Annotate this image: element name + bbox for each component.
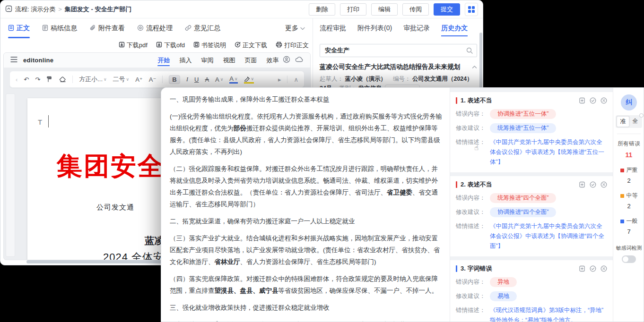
document-paragraph: 三、强化就业增收政策扶持，促进搬迁群众稳定就业增收 bbox=[170, 302, 443, 314]
more-menu[interactable]: 更多 bbox=[285, 24, 305, 33]
header-button-打印[interactable]: 打印 bbox=[340, 3, 366, 16]
tab-附件查看[interactable]: 附件查看 bbox=[89, 18, 125, 38]
severity-color-swatch bbox=[620, 169, 624, 172]
severity-count: 2 bbox=[613, 203, 644, 210]
font-family-select[interactable]: 方正小... ∨ bbox=[79, 75, 106, 84]
document-paragraph: 二、拓宽就业渠道，确保有劳动力搬迁家庭一户一人以上稳定就业 bbox=[170, 215, 443, 227]
download-icon bbox=[156, 42, 162, 49]
tab-审批记录[interactable]: 审批记录 bbox=[403, 24, 430, 36]
close-circle-icon[interactable] bbox=[600, 181, 607, 188]
cloud-icon[interactable] bbox=[295, 56, 304, 64]
fix-button[interactable]: 纠 bbox=[621, 94, 637, 110]
tab-附件列表(0)[interactable]: 附件列表(0) bbox=[357, 24, 392, 36]
toolbar-正文下载[interactable]: 正文下载 bbox=[235, 41, 267, 50]
underline-button[interactable]: U bbox=[194, 76, 199, 83]
attachment-icon bbox=[89, 25, 96, 33]
editor-brand: editonline bbox=[23, 57, 53, 64]
tab-历史办文[interactable]: 历史办文 bbox=[441, 24, 468, 36]
suggestion-pill[interactable]: 协调推进“四个全面” bbox=[490, 207, 556, 217]
tab-流程处理[interactable]: 流程处理 bbox=[137, 18, 173, 38]
editor-menu-开始[interactable]: 开始 bbox=[157, 53, 170, 68]
decrease-font-button[interactable]: A⁻ bbox=[149, 76, 157, 83]
highlight-button[interactable]: ∨ bbox=[244, 76, 254, 84]
suggestion-pill[interactable]: 易地 bbox=[490, 291, 517, 301]
eraser-icon[interactable] bbox=[59, 76, 66, 83]
sensitive-words-toggle[interactable] bbox=[622, 255, 636, 263]
font-size-select[interactable]: 二号 ∨ bbox=[113, 75, 130, 84]
toolbar-书签说明[interactable]: 书签说明 bbox=[193, 41, 226, 50]
hamburger-icon[interactable] bbox=[10, 57, 17, 64]
check-circle-icon[interactable] bbox=[590, 265, 596, 272]
italic-button[interactable]: I bbox=[186, 76, 188, 83]
undo-icon[interactable]: ↶ bbox=[24, 76, 29, 83]
editor-menu-插入[interactable]: 插入 bbox=[179, 53, 191, 68]
caret bbox=[48, 115, 49, 127]
text-case-button[interactable]: A∨ bbox=[215, 76, 223, 83]
toolbar-下载pdf[interactable]: 下载pdf bbox=[119, 41, 148, 50]
redo-icon[interactable]: ↷ bbox=[35, 76, 40, 83]
document-icon bbox=[8, 25, 14, 33]
error-content-pill[interactable]: 协调推进“五位一体” bbox=[490, 109, 556, 119]
proofread-document-text[interactable]: 一、巩固劳务输出成果，保障外出务工搬迁群众基本权益(一)强化劳务输出组织化程度。… bbox=[161, 88, 450, 322]
apps-grid-button[interactable] bbox=[465, 3, 478, 16]
document-line: 2024 全体安 bbox=[103, 250, 164, 260]
error-card[interactable]: 2. 表述不当错误内容：统筹推进“四个全面”修改建议：协调推进“四个全面”错情描… bbox=[450, 176, 613, 256]
user-icon[interactable] bbox=[283, 56, 290, 65]
workflow-tabs: 流程审批附件列表(0)审批记录历史办文 bbox=[313, 18, 483, 41]
bold-button[interactable]: B bbox=[169, 75, 180, 84]
chevron-down-icon: ∨ bbox=[126, 77, 130, 82]
error-card[interactable]: 1. 表述不当错误内容：协调推进“五位一体”修改建议：统筹推进“五位一体”错情描… bbox=[450, 92, 613, 172]
tab-label: 附件查看 bbox=[98, 24, 125, 33]
tab-label: 稿纸信息 bbox=[51, 24, 77, 33]
search-input[interactable] bbox=[324, 47, 466, 55]
close-circle-icon[interactable] bbox=[600, 97, 607, 104]
expand-more-icon[interactable]: ▸ bbox=[278, 76, 281, 83]
meta-label: 起草人： bbox=[320, 76, 345, 82]
error-content-pill[interactable]: 统筹推进“四个全面” bbox=[490, 193, 556, 203]
check-circle-icon[interactable] bbox=[590, 181, 596, 188]
breadcrumb-document[interactable]: 集团发文 - 安全生产部门 bbox=[65, 5, 132, 14]
editor-menu-视图[interactable]: 视图 bbox=[223, 53, 235, 68]
strikethrough-button[interactable]: A bbox=[205, 76, 209, 83]
file-plus-icon[interactable] bbox=[579, 97, 585, 104]
history-item-title: 蓝凌公司安全生产大比武活动总结报告及未来规划 bbox=[320, 63, 469, 71]
tab-意见汇总[interactable]: 意见汇总 bbox=[185, 18, 220, 38]
increase-font-button[interactable]: A⁺ bbox=[135, 76, 143, 83]
collapse-toolbar-icon[interactable]: ∧ bbox=[294, 76, 298, 83]
editor-menu-页面[interactable]: 页面 bbox=[244, 53, 257, 68]
font-color-button[interactable]: A∨ bbox=[229, 76, 237, 84]
suggestion-pill[interactable]: 统筹推进“五位一体” bbox=[490, 123, 556, 133]
submit-button[interactable]: 提交 bbox=[434, 3, 460, 16]
tab-稿纸信息[interactable]: 稿纸信息 bbox=[42, 18, 77, 38]
header-button-编辑[interactable]: 编辑 bbox=[371, 3, 398, 16]
error-card[interactable]: 3. 字词错误错误内容：异地修改建议：易地错情描述：《现代汉语规范词典》第3版中… bbox=[450, 260, 613, 322]
scope-option-准[interactable]: 准 bbox=[617, 116, 629, 127]
back-arrow-icon[interactable]: ‹ bbox=[16, 76, 17, 83]
editor-menu-审阅[interactable]: 审阅 bbox=[201, 53, 213, 68]
toolbar-打印正文[interactable]: 打印正文 bbox=[276, 41, 309, 50]
download-circle-icon bbox=[235, 42, 241, 49]
error-content-pill[interactable]: 异地 bbox=[490, 277, 517, 287]
paper-icon bbox=[42, 25, 48, 33]
tab-正文[interactable]: 正文 bbox=[8, 18, 30, 38]
badge bbox=[639, 113, 644, 118]
description-label: 错情描述： bbox=[456, 305, 490, 314]
close-circle-icon[interactable] bbox=[600, 265, 607, 272]
editor-menu-效率[interactable]: 效率 bbox=[266, 53, 278, 68]
file-plus-icon[interactable] bbox=[579, 265, 585, 272]
severity-count: 7 bbox=[613, 228, 644, 235]
tab-流程审批[interactable]: 流程审批 bbox=[320, 24, 346, 36]
severity-中等: 中等2 bbox=[613, 192, 644, 210]
file-plus-icon[interactable] bbox=[579, 181, 585, 188]
check-circle-icon[interactable] bbox=[590, 97, 596, 104]
printer-icon bbox=[276, 42, 282, 49]
search-icon bbox=[466, 47, 473, 54]
header-button-删除[interactable]: 删除 bbox=[309, 3, 335, 16]
header-button-传阅[interactable]: 传阅 bbox=[402, 3, 429, 16]
toolbar-下载ofd[interactable]: 下载ofd bbox=[156, 41, 185, 50]
severity-label: 一般 bbox=[627, 217, 638, 225]
format-painter-icon[interactable] bbox=[46, 76, 53, 83]
chevron-up-icon[interactable] bbox=[472, 65, 477, 69]
flow-icon bbox=[5, 5, 12, 14]
scope-option-全[interactable]: 全 bbox=[629, 116, 641, 127]
